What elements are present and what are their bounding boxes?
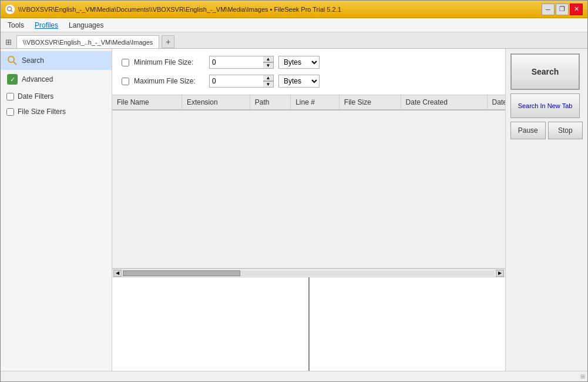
sidebar: Search ✓ Advanced Date Filters File Size… [1, 49, 112, 371]
main-tab[interactable]: \\VBOXSVR\English_..h_-_VM\Media\Images [16, 35, 159, 48]
min-size-label: Minimum File Size: [134, 58, 204, 66]
max-size-input-wrap: ▲ ▼ [209, 75, 274, 88]
file-size-filters-label: File Size Filters [18, 108, 66, 116]
tab-bar-icon: ⊞ [3, 38, 14, 46]
col-extension[interactable]: Extension [182, 95, 250, 110]
scroll-thumb[interactable] [123, 270, 240, 276]
date-filters-checkbox[interactable] [6, 93, 14, 100]
search-icon [6, 55, 18, 66]
right-panel: Search Search In New Tab Pause Stop [505, 49, 587, 371]
filter-panel: Minimum File Size: ▲ ▼ Bytes KB MB [112, 49, 505, 95]
menu-profiles[interactable]: Profiles [30, 20, 63, 31]
close-button[interactable]: ✕ [570, 4, 583, 15]
tab-bar-left: ⊞ \\VBOXSVR\English_..h_-_VM\Media\Image… [3, 35, 174, 48]
sidebar-item-file-size-filters[interactable]: File Size Filters [1, 104, 112, 119]
max-size-checkbox[interactable] [122, 78, 129, 85]
sidebar-item-advanced[interactable]: ✓ Advanced [1, 70, 112, 89]
min-size-row: Minimum File Size: ▲ ▼ Bytes KB MB [122, 56, 496, 69]
col-path[interactable]: Path [250, 95, 290, 110]
max-size-spinner: ▲ ▼ [263, 75, 274, 88]
bottom-left-panel [112, 277, 310, 371]
svg-point-0 [8, 6, 12, 11]
scroll-track[interactable] [123, 270, 495, 276]
bottom-panels [112, 277, 505, 371]
search-in-new-tab-button[interactable]: Search In New Tab [510, 93, 580, 118]
min-size-down[interactable]: ▼ [263, 62, 274, 69]
min-size-up[interactable]: ▲ [263, 56, 274, 62]
results-table: File Name Extension Path Line # File Siz… [112, 95, 505, 110]
min-size-spinner: ▲ ▼ [263, 56, 274, 69]
scroll-left-arrow[interactable]: ◀ [113, 270, 122, 277]
max-size-up[interactable]: ▲ [263, 75, 274, 81]
center-and-right: Minimum File Size: ▲ ▼ Bytes KB MB [112, 49, 587, 371]
sidebar-item-date-filters[interactable]: Date Filters [1, 89, 112, 104]
filter-and-results: File Name Extension Path Line # File Siz… [112, 95, 505, 371]
add-tab-button[interactable]: + [162, 35, 174, 48]
app-window: \\VBOXSVR\English_-_VM\Media\Documents\\… [0, 0, 588, 382]
pause-stop-row: Pause Stop [510, 122, 583, 139]
bottom-right-panel [310, 277, 506, 371]
status-bar: ⊞ [1, 371, 587, 381]
max-size-unit-select[interactable]: Bytes KB MB GB [278, 75, 320, 88]
min-size-unit-select[interactable]: Bytes KB MB GB [278, 56, 320, 69]
max-size-label: Maximum File Size: [134, 77, 204, 85]
title-text: \\VBOXSVR\English_-_VM\Media\Documents\\… [18, 6, 341, 13]
body-area: Search ✓ Advanced Date Filters File Size… [1, 49, 587, 371]
svg-line-3 [14, 62, 16, 65]
horizontal-scrollbar[interactable]: ◀ ▶ [112, 269, 505, 277]
col-date-created[interactable]: Date Created [401, 95, 487, 110]
table-header-row: File Name Extension Path Line # File Siz… [112, 95, 505, 110]
tab-label: \\VBOXSVR\English_..h_-_VM\Media\Images [23, 39, 153, 46]
advanced-icon: ✓ [6, 73, 18, 85]
col-date-accessed[interactable]: Date Accessed [487, 95, 505, 110]
search-button[interactable]: Search [510, 53, 580, 90]
date-filters-label: Date Filters [18, 92, 53, 100]
sidebar-search-label: Search [22, 56, 44, 65]
sidebar-advanced-label: Advanced [22, 75, 53, 83]
sidebar-item-search[interactable]: Search [1, 51, 112, 70]
file-size-filters-checkbox[interactable] [6, 108, 14, 116]
app-icon [5, 5, 15, 14]
checkmark-icon: ✓ [7, 74, 18, 85]
col-filesize[interactable]: File Size [339, 95, 401, 110]
svg-line-1 [11, 10, 13, 12]
min-size-input-wrap: ▲ ▼ [209, 56, 274, 69]
resize-grip[interactable]: ⊞ [580, 373, 585, 380]
svg-point-2 [8, 56, 14, 62]
tab-bar: ⊞ \\VBOXSVR\English_..h_-_VM\Media\Image… [1, 32, 587, 49]
menu-tools[interactable]: Tools [3, 20, 29, 31]
restore-button[interactable]: ❐ [556, 4, 569, 15]
max-size-down[interactable]: ▼ [263, 81, 274, 88]
title-controls: ─ ❐ ✕ [542, 4, 583, 15]
title-bar-left: \\VBOXSVR\English_-_VM\Media\Documents\\… [5, 5, 341, 14]
col-filename[interactable]: File Name [112, 95, 182, 110]
title-bar: \\VBOXSVR\English_-_VM\Media\Documents\\… [1, 1, 587, 18]
menu-languages[interactable]: Languages [64, 20, 108, 31]
min-size-checkbox[interactable] [122, 59, 129, 66]
scroll-right-arrow[interactable]: ▶ [496, 270, 504, 277]
minimize-button[interactable]: ─ [542, 4, 555, 15]
stop-button[interactable]: Stop [548, 122, 583, 139]
max-size-row: Maximum File Size: ▲ ▼ Bytes KB MB [122, 75, 496, 88]
pause-button[interactable]: Pause [510, 122, 546, 139]
center-column: Minimum File Size: ▲ ▼ Bytes KB MB [112, 49, 505, 371]
menu-bar: Tools Profiles Languages [1, 18, 587, 32]
col-line[interactable]: Line # [291, 95, 340, 110]
results-table-wrap[interactable]: File Name Extension Path Line # File Siz… [112, 95, 505, 269]
